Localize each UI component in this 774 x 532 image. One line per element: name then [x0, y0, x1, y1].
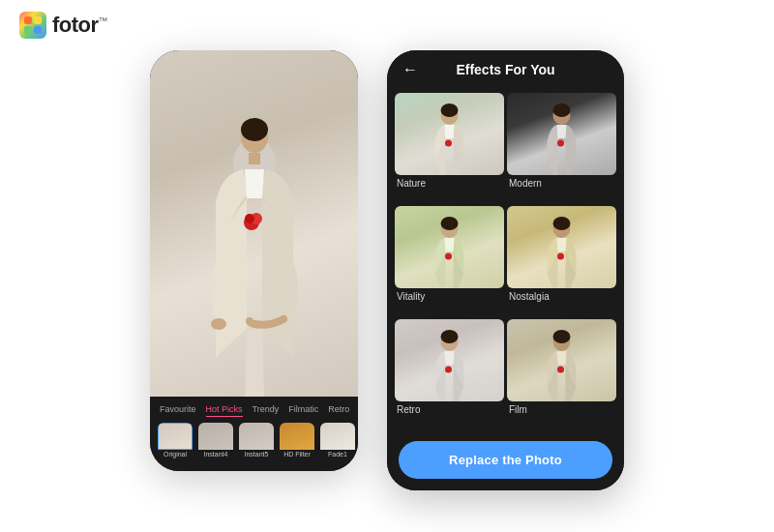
filter-thumb-fade1[interactable]: Fade1	[320, 423, 355, 461]
svg-point-22	[552, 217, 570, 230]
tab-filmatic[interactable]: Filmatic	[288, 404, 318, 417]
svg-point-29	[557, 367, 564, 373]
effect-item-nostalgia[interactable]: Nostalgia	[507, 206, 616, 316]
svg-point-13	[440, 103, 458, 117]
effect-label-modern: Modern	[507, 178, 616, 192]
woman-nostalgia	[535, 211, 588, 288]
filter-bar: Favourite Hot Picks Trendy Filmatic Retr…	[150, 397, 358, 471]
svg-point-19	[440, 217, 458, 230]
replace-photo-button[interactable]: Replace the Photo	[399, 441, 612, 479]
svg-point-25	[440, 330, 458, 343]
effect-item-modern[interactable]: Modern	[507, 93, 616, 203]
svg-rect-7	[249, 153, 260, 164]
effects-grid: Nature	[387, 89, 624, 433]
svg-rect-2	[24, 26, 32, 34]
svg-point-14	[445, 140, 452, 147]
woman-vitality	[423, 211, 476, 288]
effect-label-film: Film	[507, 404, 616, 419]
filter-thumb-instant5[interactable]: Instant5	[239, 423, 274, 461]
effect-thumb-nature	[395, 93, 504, 175]
svg-point-10	[245, 214, 254, 223]
tab-trendy[interactable]: Trendy	[253, 404, 280, 417]
woman-retro	[423, 324, 476, 401]
svg-rect-1	[34, 16, 42, 24]
effect-thumb-retro	[395, 319, 504, 401]
woman-nature	[423, 98, 476, 175]
filter-thumb-hdfilter[interactable]: HD Filter	[280, 423, 314, 461]
logo-text: fotor™	[52, 13, 107, 38]
svg-point-23	[557, 253, 564, 260]
effect-label-nature: Nature	[395, 178, 504, 192]
effect-item-vitality[interactable]: Vitality	[395, 206, 504, 316]
effect-label-nostalgia: Nostalgia	[507, 291, 616, 306]
svg-rect-3	[34, 26, 42, 34]
effect-item-retro[interactable]: Retro	[395, 319, 504, 429]
effect-thumb-nostalgia	[507, 206, 616, 288]
main-woman-figure	[187, 87, 322, 397]
effects-title: Effects For You	[456, 62, 554, 77]
svg-point-28	[552, 330, 570, 343]
effects-header: ← Effects For You	[387, 50, 624, 89]
svg-rect-0	[24, 16, 32, 24]
effect-label-retro: Retro	[395, 404, 504, 419]
woman-modern	[535, 98, 588, 175]
svg-point-20	[445, 253, 452, 260]
main-photo-area	[150, 50, 358, 397]
effect-thumb-modern	[507, 93, 616, 175]
filter-tabs: Favourite Hot Picks Trendy Filmatic Retr…	[150, 404, 358, 423]
effect-item-nature[interactable]: Nature	[395, 93, 504, 203]
filter-thumb-original[interactable]: Original	[158, 423, 193, 461]
phone-left: Favourite Hot Picks Trendy Filmatic Retr…	[150, 50, 358, 471]
back-button[interactable]: ←	[402, 61, 418, 78]
woman-film	[535, 324, 588, 401]
main-content: Favourite Hot Picks Trendy Filmatic Retr…	[0, 50, 774, 532]
logo-icon	[19, 12, 46, 39]
filter-thumb-instant4[interactable]: Instant4	[198, 423, 233, 461]
tab-favourite[interactable]: Favourite	[160, 404, 196, 417]
svg-point-11	[211, 318, 226, 330]
replace-btn-container: Replace the Photo	[387, 433, 624, 490]
filter-thumbnails: Original Instant4 Instant5 HD Filter Fad…	[150, 423, 358, 467]
app-header: fotor™	[0, 0, 774, 50]
effect-thumb-film	[507, 319, 616, 401]
effect-thumb-vitality	[395, 206, 504, 288]
phone-right: ← Effects For You	[387, 50, 624, 490]
effect-label-vitality: Vitality	[395, 291, 504, 306]
svg-point-17	[557, 140, 564, 147]
tab-hotpicks[interactable]: Hot Picks	[206, 404, 243, 417]
svg-point-26	[445, 367, 452, 373]
svg-point-6	[241, 118, 268, 141]
svg-point-16	[552, 103, 570, 117]
tab-retro[interactable]: Retro	[328, 404, 349, 417]
effect-item-film[interactable]: Film	[507, 319, 616, 429]
